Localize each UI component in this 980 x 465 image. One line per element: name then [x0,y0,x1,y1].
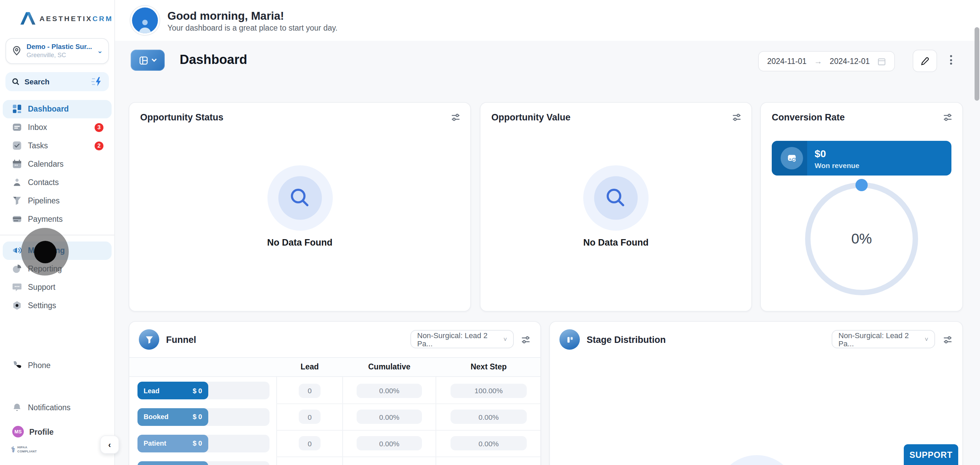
lead-count: 0 [299,383,321,398]
stage-amount: $ 0 [192,387,202,394]
settings-gear-icon [12,301,22,311]
funnel-pipeline-select[interactable]: Non-Surgical: Lead 2 Pa... ˅ [410,330,514,348]
greeting-subtitle: Your dashboard is a great place to start… [167,24,337,32]
chevron-down-icon: ˅ [503,336,507,343]
donut-progress-dot [856,179,868,191]
empty-state-graphic [583,165,649,231]
next-step-percent: 0.00% [450,409,527,424]
funnel-card: Funnel Non-Surgical: Lead 2 Pa... ˅ Lead… [129,321,541,465]
cumulative-percent: 0.00% [356,409,422,424]
date-end[interactable]: 2024-12-01 [830,57,870,65]
date-range-picker[interactable]: 2024-11-01 → 2024-12-01 [758,51,895,71]
date-arrow-icon: → [814,57,822,66]
search-input[interactable]: Search [5,72,109,91]
funnel-bar[interactable]: Booked $ 0 [137,408,208,425]
card-title: Opportunity Value [492,112,571,122]
page-scrollbar[interactable] [975,27,979,101]
location-city: Greenville, SC [27,51,92,59]
stage-label: Lead [143,387,159,394]
stage-pipeline-select[interactable]: Non-Surgical: Lead 2 Pa... ˅ [832,330,935,348]
sidebar-item-notifications[interactable]: Notifications [3,398,111,416]
funnel-table: Lead Cumulative Next Step Lead $ 0 0 0.0… [129,357,540,465]
brand-logo: AESTHETIXCRM [0,0,115,26]
date-start[interactable]: 2024-11-01 [767,57,807,65]
chevron-down-icon [151,57,157,63]
chevron-down-icon: ⌄ [97,47,103,55]
column-header: Cumulative [368,363,410,371]
card-settings-icon[interactable] [732,112,742,122]
next-step-percent: 100.00% [450,383,527,398]
user-avatar [132,8,158,33]
sidebar-item-label: Dashboard [28,105,69,113]
click-indicator-overlay [21,228,69,276]
stage-label: Patient [143,440,166,447]
more-options-button[interactable] [946,50,956,70]
sidebar-item-payments[interactable]: Payments [3,210,111,229]
funnel-bar[interactable] [137,461,208,465]
magnifier-icon [605,186,627,209]
funnel-table-header: Lead Cumulative Next Step [129,358,540,377]
won-revenue-label: Won revenue [815,161,859,169]
sidebar-item-tasks[interactable]: Tasks 2 [3,137,111,155]
funnel-bar[interactable]: Patient $ 0 [137,434,208,452]
location-selector[interactable]: Demo - Plastic Sur... Greenville, SC ⌄ [5,38,109,64]
sidebar-collapse-button[interactable]: ‹ [100,435,119,454]
funnel-row-partial [137,461,269,465]
sidebar-item-calendars[interactable]: Calendars [3,155,111,173]
no-data-text: No Data Found [129,237,470,248]
contacts-icon [12,178,22,187]
stage-amount: $ 0 [192,440,202,447]
lead-count: 0 [299,409,321,424]
card-settings-icon[interactable] [943,112,953,122]
sidebar-item-label: Notifications [28,403,70,411]
sidebar-item-support[interactable]: Support [3,278,111,297]
sidebar-item-dashboard[interactable]: Dashboard [3,100,111,118]
sidebar-item-label: Support [28,283,56,292]
search-placeholder: Search [24,78,49,86]
edit-dashboard-button[interactable] [913,50,937,72]
won-revenue-amount: $0 [815,147,859,159]
stage-amount: $ 0 [192,413,202,421]
sidebar-item-profile[interactable]: MS Profile [3,422,111,441]
conversion-percent: 0% [851,231,872,247]
caduceus-icon: ⚕ [11,446,15,454]
selected-pipeline: Non-Surgical: Lead 2 Pa... [417,331,499,347]
lead-count: 0 [299,436,321,451]
card-settings-icon[interactable] [943,335,953,345]
sidebar-item-settings[interactable]: Settings [3,297,111,315]
sidebar-item-pipelines[interactable]: Pipelines [3,192,111,210]
card-settings-icon[interactable] [520,335,531,345]
column-header: Next Step [471,363,507,371]
sidebar-item-label: Tasks [28,142,48,150]
card-settings-icon[interactable] [450,112,461,122]
stage-distribution-card-icon [559,329,580,350]
dashboard-icon [12,105,22,114]
funnel-card-icon [139,329,159,350]
reporting-pie-icon [12,264,22,274]
card-title: Opportunity Status [140,112,224,122]
dashboard-selector-button[interactable] [130,50,165,71]
sidebar-nav: Dashboard Inbox 3 Tasks 2 [0,100,115,315]
support-button[interactable]: SUPPORT [904,444,958,465]
location-name: Demo - Plastic Sur... [27,43,92,51]
opportunity-status-card: Opportunity Status No Data Found [129,102,471,312]
wallet-icon [781,147,803,170]
sidebar-item-label: Payments [28,215,63,224]
card-title: Funnel [166,335,196,345]
sidebar-item-label: Inbox [28,124,47,132]
calendar-icon [12,160,22,169]
sidebar-item-inbox[interactable]: Inbox 3 [3,118,111,137]
sidebar-item-label: Profile [29,428,54,436]
stage-label: Booked [143,413,169,421]
funnel-bar[interactable]: Lead $ 0 [137,382,208,399]
layout-icon [138,56,148,65]
pencil-icon [920,56,930,66]
card-title: Conversion Rate [772,112,845,122]
tasks-badge: 2 [95,141,103,150]
magnifier-icon [288,186,311,209]
opportunity-value-card: Opportunity Value No Data Found [480,102,752,312]
sidebar-item-contacts[interactable]: Contacts [3,173,111,192]
support-chat-icon [12,282,22,292]
avatar: MS [12,426,24,438]
sidebar-item-phone[interactable]: Phone [3,356,111,374]
